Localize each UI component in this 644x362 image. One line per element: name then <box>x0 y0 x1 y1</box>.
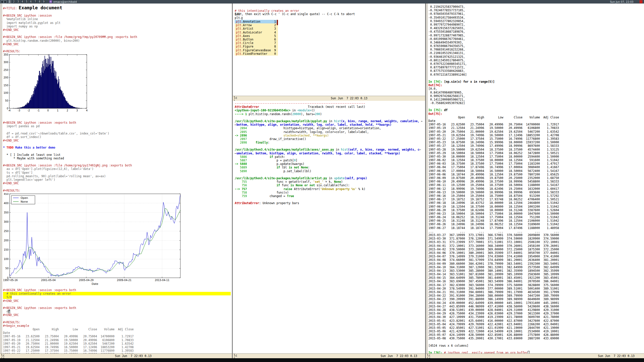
text-line: 1997-06-19 18.12504 18.37500 18.00000 18… <box>428 205 559 208</box>
completion-item[interactable]: plt.FigureCanvasBase9 <box>235 49 278 52</box>
text-line: Open High Low Close Volume Adj Close <box>428 116 559 119</box>
workspace-button-6[interactable]: 6 <box>29 0 32 3</box>
text-line <box>3 160 132 164</box>
text-line: 1997-05-29 18.50004 18.50004 17.75004 18… <box>428 151 559 155</box>
text-line: ax = df['Open'].plot(figsize=(12,6), lab… <box>3 167 132 171</box>
text-line: 5/0 <box>235 13 299 16</box>
text-line: # this intentionally creates an error <box>235 9 299 13</box>
text-line: 2015-05-05 422.85001 427.51001 421.01999… <box>428 326 559 330</box>
text-line: -0.70240778557737105, <box>428 9 559 12</box>
text-line: ←bottom, histtype, align, orientation, r… <box>235 123 423 126</box>
text-line: AttributeError: Unknown property bars <box>235 201 423 205</box>
workspace-button-3[interactable]: 3 <box>17 0 20 3</box>
text-line: 2015-04-06 370.10001 380.20001 369.35999… <box>428 251 559 255</box>
text-line: 2897 draw_if_interactive() <box>235 137 423 141</box>
text-line: 2015-04-02 370.50000 373.28000 369.00000… <box>428 248 559 251</box>
text-line: #+BEGIN_SRC ipython :session :exports bo… <box>3 306 231 310</box>
layout-icon-2[interactable] <box>4 1 7 3</box>
svg-text:2: 2 <box>67 109 68 112</box>
modeline-python[interactable]: lcl6l5lllPlBlulc Sun Jun 7 22:03 0.13 <box>426 353 644 358</box>
tray-icon[interactable] <box>639 0 642 3</box>
text-line: #+BEGIN_SRC ipython :session :file /home… <box>3 35 137 39</box>
text-line: plt. <box>235 16 299 20</box>
workspace-button-8[interactable]: 8 <box>38 0 41 3</box>
text-line: 1997-05-19 21.12504 21.24996 19.50000 20… <box>3 338 134 342</box>
completion-item[interactable]: plt.Button6 <box>235 38 278 41</box>
text-line: 1997-05-22 17.25000 17.37504 15.75000 16… <box>3 349 134 352</box>
org-src-edit-buffer[interactable]: # this intentionally creates an error5/0… <box>235 9 299 20</box>
text-line: 2015-05-04 424.79999 429.76999 422.42001… <box>428 323 559 326</box>
text-line: 2015-03-31 373.23999 377.70001 371.51001… <box>428 240 559 244</box>
workspace-button-7[interactable]: 7 <box>34 0 37 3</box>
completion-item[interactable]: plt.Figure8 <box>235 45 278 48</box>
completion-item[interactable]: plt.Axes5 <box>235 34 278 38</box>
text-line: 0.59493277802320854, <box>428 19 559 23</box>
scrollbar-right-window[interactable] <box>426 4 428 358</box>
completion-item[interactable]: plt.Artist3 <box>235 27 278 30</box>
svg-text:200: 200 <box>4 239 9 242</box>
text-line: #+RESULTS: <box>3 50 137 53</box>
text-line <box>428 340 559 344</box>
text-line: -0.99717328877407985, <box>428 34 559 37</box>
text-line: -0.7568024953079282] <box>428 101 559 105</box>
workspace-button-9[interactable]: 9 <box>42 0 45 3</box>
traceback-buffer[interactable]: ----------------------------------------… <box>235 102 423 205</box>
svg-text:150: 150 <box>4 84 8 87</box>
text-line: 2015-04-27 443.85999 446.98999 437.41000… <box>428 305 559 308</box>
completion-item[interactable]: plt.Arrow2 <box>235 23 278 27</box>
window-divider[interactable] <box>232 4 233 358</box>
text-line: #+RESULTS: <box>3 321 231 324</box>
org-buffer-top[interactable]: #+TITLE: Example document #+BEGIN_SRC ip… <box>3 5 137 53</box>
modeline-org[interactable]: lcl3l lolT Sun Jun 7 22:03 0.13 <box>0 353 232 358</box>
text-line: * TODO Make this a better demo <box>3 146 132 149</box>
text-line: ----> 1 plt.hist(np.random.randn(20000),… <box>235 112 423 116</box>
text-line: 756 if func is None or not six.callable(… <box>235 184 423 187</box>
modeline-clock: Sun Jun 7 22:03 0.13 <box>598 354 634 358</box>
text-line: import pandas as pd <box>3 124 132 128</box>
org-buffer-bottom[interactable]: #+BEGIN_SRC ipython :session :exports bo… <box>3 288 231 328</box>
svg-text:-4: -4 <box>8 109 11 112</box>
text-line: 1997-05-30 18.00000 18.12504 17.75004 18… <box>428 155 559 158</box>
text-line: 1997-05-21 19.62504 19.74996 16.50000 17… <box>3 345 134 349</box>
text-line: -0.35491017584493534, <box>428 16 559 19</box>
text-line: 2898 finally: <box>235 141 423 144</box>
window-divider-2[interactable] <box>425 4 426 358</box>
workspace-button-4[interactable]: 4 <box>21 0 24 3</box>
text-line: 2015-04-23 390.20999 391.88000 386.14999… <box>428 297 559 301</box>
text-line <box>3 32 137 35</box>
text-line: -0.21081053291348131, <box>428 51 559 55</box>
completion-item[interactable]: plt.FixedFormatter0 <box>235 52 278 56</box>
text-line: 2015-04-21 391.31000 394.60001 386.79999… <box>428 290 559 294</box>
text-line: 0.14112000805986721, <box>428 98 559 101</box>
workspace-button-5[interactable]: 5 <box>25 0 28 3</box>
text-line: 2015-04-20 378.54999 391.94000 377.00000… <box>428 287 559 290</box>
completion-item[interactable]: plt.AutoLocator4 <box>235 31 278 34</box>
text-line: 1997-06-04 17.75004 17.87496 16.74996 17… <box>428 165 559 169</box>
text-line: -0.60199986767760461, <box>428 37 559 41</box>
layout-icon[interactable] <box>1 1 4 3</box>
text-line: lc <box>234 96 237 100</box>
workspace-button-1[interactable]: 1 <box>8 0 11 3</box>
popup-scrollbar-thumb[interactable] <box>277 20 278 25</box>
modeline-traceback[interactable]: lcll lolA Sun Jun 7 22:03 0.13 <box>233 353 425 358</box>
svg-text:250: 250 <box>4 230 9 233</box>
text-line: Date <box>3 331 134 335</box>
modeline-org-src[interactable]: lcll lllOlA Sun Jun 7 22:03 0.13 <box>233 96 425 101</box>
text-line: 5886 if patch: <box>235 155 423 159</box>
svg-text:350: 350 <box>4 211 9 214</box>
org-buffer-middle[interactable]: #+BEGIN_SRC ipython :session :exports bo… <box>3 121 132 192</box>
svg-text:2009-04-21: 2009-04-21 <box>117 279 132 282</box>
python-repl-buffer[interactable]: 0.21942525837900473,-0.70240778557737105… <box>428 5 559 354</box>
text-line: 755 func = getattr(self, 'set_' + k, Non… <box>235 180 423 184</box>
text-line: 2015-04-29 426.75000 434.23999 426.03000… <box>428 312 559 315</box>
text-line: Out[75]: <box>428 112 559 116</box>
text-line: 2015-04-22 391.91000 394.28000 388.00000… <box>428 294 559 297</box>
text-line: 2895 rwidth=rwidth, log=log, color=color… <box>235 130 423 134</box>
text-line: 2015-04-15 384.64999 385.78000 381.64001… <box>428 276 559 280</box>
completion-item[interactable]: plt.Circle7 <box>235 41 278 45</box>
text-line: #+BEGIN_SRC ipython :session :exports bo… <box>3 288 231 292</box>
completion-item[interactable]: plt.Annotation1 <box>235 20 278 23</box>
completion-popup[interactable]: plt.Annotation1plt.Arrow2plt.Artist3plt.… <box>235 20 278 56</box>
workspace-button-2[interactable]: 2 <box>12 0 15 3</box>
text-line: #+END_SRC <box>3 299 231 303</box>
